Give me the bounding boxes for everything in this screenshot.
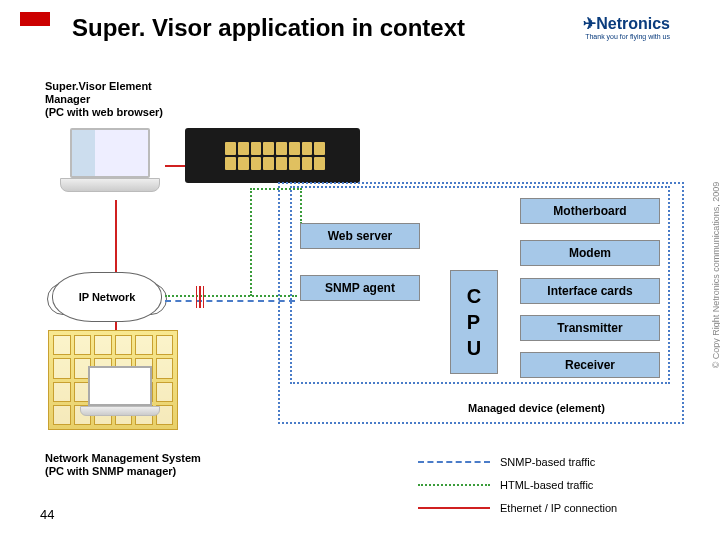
snmp-agent-node: SNMP agent bbox=[300, 275, 420, 301]
receiver-node: Receiver bbox=[520, 352, 660, 378]
html-link bbox=[250, 188, 252, 296]
legend-eth: Ethernet / IP connection bbox=[418, 498, 617, 519]
logo-name-text: Netronics bbox=[596, 15, 670, 32]
ethernet-link bbox=[115, 200, 117, 272]
cpu-node: C P U bbox=[450, 270, 498, 374]
slide-header: Super. Visor application in context ✈Net… bbox=[0, 10, 720, 60]
laptop-nms bbox=[80, 366, 160, 421]
managed-device-label: Managed device (element) bbox=[468, 402, 605, 414]
web-server-node: Web server bbox=[300, 223, 420, 249]
ip-network-cloud: IP Network bbox=[52, 272, 162, 322]
multi-ethernet bbox=[196, 286, 204, 308]
dashed-blue-line-icon bbox=[418, 461, 490, 463]
accent-box bbox=[20, 12, 50, 26]
page-number: 44 bbox=[40, 507, 54, 522]
legend: SNMP-based traffic HTML-based traffic Et… bbox=[418, 452, 617, 521]
ethernet-link bbox=[165, 165, 185, 167]
slide-title: Super. Visor application in context bbox=[72, 14, 465, 42]
solid-red-line-icon bbox=[418, 507, 490, 509]
brand-logo: ✈Netronics Thank you for flying with us bbox=[583, 14, 670, 40]
legend-snmp-label: SNMP-based traffic bbox=[500, 452, 595, 473]
laptop-element-manager bbox=[60, 128, 160, 198]
legend-html-label: HTML-based traffic bbox=[500, 475, 593, 496]
legend-html: HTML-based traffic bbox=[418, 475, 617, 496]
network-device bbox=[185, 128, 360, 183]
element-manager-caption: Super.Visor Element Manager (PC with web… bbox=[45, 80, 163, 120]
logo-tagline: Thank you for flying with us bbox=[583, 33, 670, 40]
motherboard-node: Motherboard bbox=[520, 198, 660, 224]
airplane-icon: ✈ bbox=[583, 15, 596, 32]
legend-eth-label: Ethernet / IP connection bbox=[500, 498, 617, 519]
snmp-link bbox=[165, 300, 295, 302]
logo-text: ✈Netronics bbox=[583, 14, 670, 33]
dotted-green-line-icon bbox=[418, 484, 490, 486]
nms-caption: Network Management System (PC with SNMP … bbox=[45, 452, 201, 478]
copyright-text: © Copy Right Netronics communications, 2… bbox=[711, 182, 720, 369]
modem-node: Modem bbox=[520, 240, 660, 266]
legend-snmp: SNMP-based traffic bbox=[418, 452, 617, 473]
transmitter-node: Transmitter bbox=[520, 315, 660, 341]
interface-cards-node: Interface cards bbox=[520, 278, 660, 304]
